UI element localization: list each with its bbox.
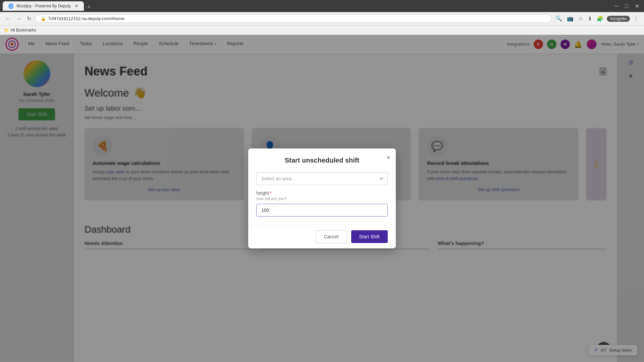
modal-footer: Cancel Start Shift [248,225,396,248]
bookmark-button[interactable]: ☆ [577,14,584,23]
window-controls: ─ □ ✕ [612,2,641,10]
browser-toolbar: ← → ↻ 🔒 7cf47d19112152.na.deputy.com/#ho… [0,12,644,25]
modal-overlay[interactable]: Start unscheduled shift × Select an area… [0,35,644,362]
close-window-button[interactable]: ✕ [633,2,641,10]
incognito-badge: Incognito [607,16,630,22]
browser-chrome: 🌀 Moodjoy - Powered By Deputy. ✕ + ─ □ ✕… [0,0,644,35]
modal-header: Start unscheduled shift × [248,148,396,170]
tab-area: 🌀 Moodjoy - Powered By Deputy. ✕ + [3,1,610,11]
height-field-label: height* [256,190,388,196]
toolbar-actions: 🔍 📺 ☆ ⬇ 🧩 Incognito ⋮ [554,14,640,23]
tab-favicon: 🌀 [8,3,14,9]
lock-icon: 🔒 [41,16,46,21]
active-tab[interactable]: 🌀 Moodjoy - Powered By Deputy. ✕ [3,1,84,11]
tab-close-button[interactable]: ✕ [74,3,78,9]
modal-close-button[interactable]: × [386,154,390,162]
tab-title: Moodjoy - Powered By Deputy. [16,4,72,8]
download-button[interactable]: ⬇ [586,14,593,23]
bookmarks-label[interactable]: All Bookmarks [10,28,36,33]
minimize-button[interactable]: ─ [612,2,620,10]
reload-button[interactable]: ↻ [25,14,33,23]
menu-button[interactable]: ⋮ [632,14,640,23]
modal-title: Start unscheduled shift [256,157,388,164]
maximize-button[interactable]: □ [623,2,630,10]
browser-titlebar: 🌀 Moodjoy - Powered By Deputy. ✕ + ─ □ ✕ [0,0,644,12]
app-container: Me News Feed Tasks Locations People Sche… [0,35,644,362]
forward-button[interactable]: → [15,14,23,23]
height-field-group: height* how tall are you? [256,190,388,217]
cancel-button[interactable]: Cancel [316,230,347,243]
address-bar[interactable]: 🔒 7cf47d19112152.na.deputy.com/#home [35,14,551,23]
back-button[interactable]: ← [4,14,12,23]
new-tab-button[interactable]: + [85,3,93,11]
modal-body: Select an area... height* how tall are y… [248,170,396,225]
extensions-button[interactable]: 🧩 [595,14,605,23]
area-select[interactable]: Select an area... [256,172,388,185]
address-text: 7cf47d19112152.na.deputy.com/#home [48,16,546,21]
search-button[interactable]: 🔍 [554,14,564,23]
cast-button[interactable]: 📺 [566,14,575,23]
height-input[interactable] [256,204,388,217]
bookmarks-folder-icon: 📁 [4,28,9,33]
bookmarks-bar: 📁 All Bookmarks [0,25,644,35]
start-shift-modal: Start unscheduled shift × Select an area… [248,148,396,248]
modal-start-shift-button[interactable]: Start Shift [351,230,388,243]
height-field-hint: how tall are you? [256,196,388,201]
